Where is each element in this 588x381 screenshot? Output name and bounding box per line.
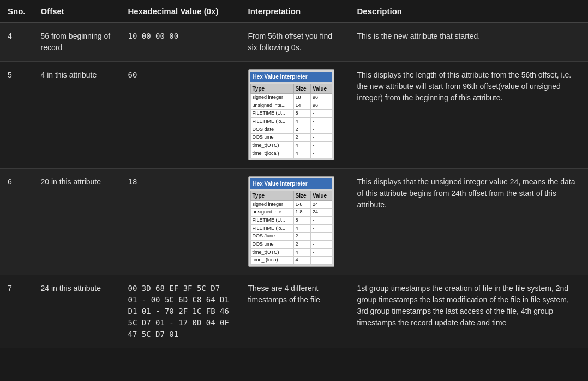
cell-offset: 56 from beginning of record: [33, 23, 121, 62]
cell-offset: 24 in this attribute: [33, 275, 121, 348]
cell-offset: 20 in this attribute: [33, 168, 121, 275]
cell-interpretation: Hex Value InterpreterTypeSizeValuesigned…: [241, 62, 350, 169]
cell-hex: 18: [121, 168, 241, 275]
cell-sno: 4: [0, 23, 33, 62]
cell-hex: 00 3D 68 EF 3F 5C D7 01 - 00 5C 6D C8 64…: [121, 275, 241, 348]
hex-value-interpreter: Hex Value InterpreterTypeSizeValuesigned…: [248, 176, 334, 267]
cell-hex: 10 00 00 00: [121, 23, 241, 62]
cell-sno: 5: [0, 62, 33, 169]
hex-value-interpreter: Hex Value InterpreterTypeSizeValuesigned…: [248, 69, 334, 160]
cell-description: This is the new attribute that started.: [350, 23, 589, 62]
cell-sno: 6: [0, 168, 33, 275]
header-sno: Sno.: [0, 0, 33, 23]
cell-interpretation: These are 4 different timestamps of the …: [241, 275, 350, 348]
cell-interpretation: From 56th offset you find six following …: [241, 23, 350, 62]
header-hex: Hexadecimal Value (0x): [121, 0, 241, 23]
header-offset: Offset: [33, 0, 121, 23]
header-interpretation: Interpretation: [241, 0, 350, 23]
cell-sno: 7: [0, 275, 33, 348]
cell-hex: 60: [121, 62, 241, 169]
cell-offset: 4 in this attribute: [33, 62, 121, 169]
cell-description: 1st group timestamps the creation of fil…: [350, 275, 589, 348]
header-description: Description: [350, 0, 589, 23]
cell-description: This displays the length of this attribu…: [350, 62, 589, 169]
cell-interpretation: Hex Value InterpreterTypeSizeValuesigned…: [241, 168, 350, 275]
cell-description: This displays that the unsigned integer …: [350, 168, 589, 275]
